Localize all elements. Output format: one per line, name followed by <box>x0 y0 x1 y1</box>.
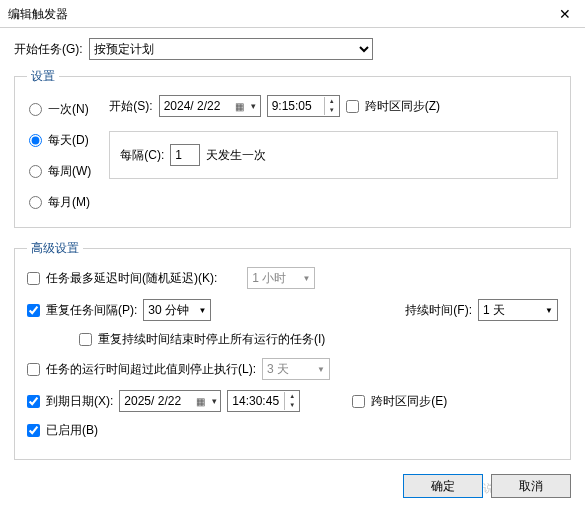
start-label: 开始(S): <box>109 98 152 115</box>
stop-after-select: 3 天▼ <box>262 358 330 380</box>
sync-tz-checkbox[interactable]: 跨时区同步(Z) <box>346 98 440 115</box>
duration-select[interactable]: 1 天▼ <box>478 299 558 321</box>
expire-date-field[interactable]: ▦ ▾ <box>119 390 221 412</box>
recur-suffix: 天发生一次 <box>206 147 266 164</box>
expire-time-field[interactable]: ▲▼ <box>227 390 300 412</box>
advanced-group: 高级设置 任务最多延迟时间(随机延迟)(K): 1 小时▼ 重复任务间隔(P):… <box>14 240 571 460</box>
cancel-button[interactable]: 取消 <box>491 474 571 498</box>
expire-checkbox[interactable]: 到期日期(X): <box>27 393 113 410</box>
spin-up-icon[interactable]: ▲ <box>325 97 339 106</box>
close-icon[interactable]: ✕ <box>553 0 577 28</box>
chevron-down-icon[interactable]: ▼ <box>198 306 206 315</box>
spin-down-icon[interactable]: ▼ <box>285 401 299 410</box>
delay-checkbox[interactable]: 任务最多延迟时间(随机延迟)(K): <box>27 270 217 287</box>
settings-legend: 设置 <box>27 68 59 85</box>
stop-all-checkbox[interactable]: 重复持续时间结束时停止所有运行的任务(I) <box>79 331 325 348</box>
spin-down-icon[interactable]: ▼ <box>325 106 339 115</box>
repeat-checkbox[interactable]: 重复任务间隔(P): <box>27 302 137 319</box>
stop-after-checkbox[interactable]: 任务的运行时间超过此值则停止执行(L): <box>27 361 256 378</box>
calendar-icon[interactable]: ▦ <box>192 396 208 407</box>
dialog-title: 编辑触发器 <box>8 0 68 28</box>
radio-monthly[interactable]: 每月(M) <box>29 194 91 211</box>
chevron-down-icon[interactable]: ▼ <box>545 306 553 315</box>
begin-task-label: 开始任务(G): <box>14 41 83 58</box>
radio-daily[interactable]: 每天(D) <box>29 132 91 149</box>
enabled-checkbox[interactable]: 已启用(B) <box>27 422 98 439</box>
settings-group: 设置 一次(N) 每天(D) 每周(W) 每月(M) 开始(S): ▦ ▾ <box>14 68 571 228</box>
repeat-select[interactable]: 30 分钟▼ <box>143 299 211 321</box>
chevron-down-icon[interactable]: ▾ <box>208 396 220 406</box>
chevron-down-icon[interactable]: ▾ <box>248 101 260 111</box>
ok-button[interactable]: 确定 <box>403 474 483 498</box>
radio-once[interactable]: 一次(N) <box>29 101 91 118</box>
spin-up-icon[interactable]: ▲ <box>285 392 299 401</box>
duration-label: 持续时间(F): <box>405 302 472 319</box>
start-date-field[interactable]: ▦ ▾ <box>159 95 261 117</box>
expire-sync-checkbox[interactable]: 跨时区同步(E) <box>352 393 447 410</box>
radio-weekly[interactable]: 每周(W) <box>29 163 91 180</box>
chevron-down-icon: ▼ <box>317 365 325 374</box>
recur-input[interactable] <box>170 144 200 166</box>
chevron-down-icon: ▼ <box>302 274 310 283</box>
delay-select: 1 小时▼ <box>247 267 315 289</box>
begin-task-select[interactable]: 按预定计划 <box>89 38 373 60</box>
recur-label: 每隔(C): <box>120 147 164 164</box>
start-time-field[interactable]: ▲▼ <box>267 95 340 117</box>
advanced-legend: 高级设置 <box>27 240 83 257</box>
calendar-icon[interactable]: ▦ <box>232 101 248 112</box>
